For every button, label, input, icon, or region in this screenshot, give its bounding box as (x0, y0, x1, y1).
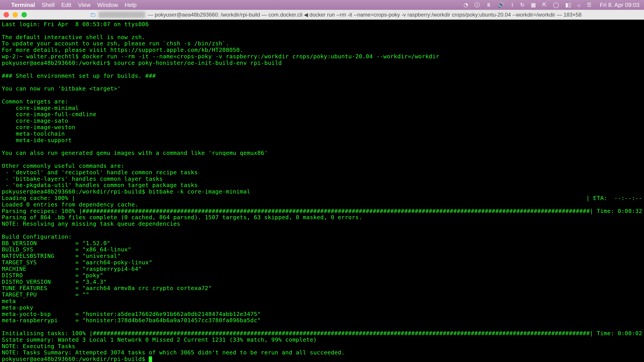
conf-5: DISTRO = "poky" (2, 272, 103, 279)
menu-help[interactable]: Help (124, 1, 136, 8)
user-icon[interactable]: ◯ (553, 2, 559, 8)
init-left: Initialising tasks: 100% | (2, 330, 93, 337)
parse-bar: ########################################… (82, 208, 590, 214)
parse-left: Parsing recipes: 100% | (2, 208, 82, 214)
menubar-left: Terminal Shell Edit View Window Help (4, 1, 137, 8)
volume-icon[interactable]: 🔊 (498, 2, 504, 8)
line-zsh2: To update your account to use zsh, pleas… (2, 40, 229, 47)
line-zsh3: For more details, please visit https://s… (2, 46, 243, 53)
menu-shell[interactable]: Shell (42, 1, 54, 8)
terminal-cursor (149, 357, 152, 362)
conf-9: meta (2, 298, 75, 304)
line-env-header: ### Shell environment set up for builds.… (2, 72, 156, 79)
traffic-lights (4, 12, 27, 17)
cache-right: | ETA: --:--:-- (586, 195, 642, 201)
conf-10: meta-poky (2, 304, 75, 311)
line-zsh1: The default interactive shell is now zsh… (2, 34, 145, 40)
line-cache-loaded: Loaded 0 entries from dependency cache. (2, 201, 138, 208)
menubar-right: ◔ ⓘ ⏸ 🔊 ᚼ ↻ ▦ ⇱ ◯ ▮▯ ⌕ ☰ Fri 8. Apr 09:0… (464, 1, 640, 8)
menu-edit[interactable]: Edit (61, 1, 71, 8)
menubar-clock[interactable]: Fri 8. Apr 09:03 (600, 1, 640, 8)
docker-icon[interactable]: ◔ (464, 2, 468, 8)
conf-7: TUNE_FEATURES = "aarch64 armv8a crc cryp… (2, 285, 212, 291)
line-sstate: Sstate summary: Wanted 3 Local 1 Network… (2, 336, 317, 343)
parsing-recipes-line: Parsing recipes: 100% |#################… (2, 208, 642, 214)
close-button[interactable] (4, 12, 9, 17)
target-5: meta-ide-support (2, 137, 72, 143)
conf-11: meta-yocto-bsp = "honister:a5dea17662d6e… (2, 311, 261, 317)
menu-window[interactable]: Window (97, 1, 118, 8)
other-cmd-1: - 'bitbake-layers' handles common layer … (2, 175, 163, 182)
init-tasks-line: Initialising tasks: 100% |##############… (2, 330, 642, 337)
minimize-button[interactable] (12, 12, 18, 17)
cache-bar (75, 195, 586, 201)
spotlight-icon[interactable]: ⌕ (577, 2, 580, 8)
line-prompt3: pokyuser@aea48b293660:/workdir/rpi-build… (2, 188, 250, 195)
init-bar: ########################################… (93, 330, 590, 337)
loading-cache-line: Loading cache: 100% | | ETA: --:--: (2, 195, 642, 201)
line-note-exec: NOTE: Executing Tasks (2, 343, 75, 350)
line-other-label: Other commonly useful commands are: (2, 162, 124, 169)
line-run-hint: You can now run 'bitbake <target>' (2, 85, 121, 92)
conf-1: BUILD_SYS = "x86_64-linux" (2, 246, 131, 253)
window-title: 🗀 XXXXXXXX — pokyuser@aea48b293660: /wor… (31, 11, 640, 18)
target-1: core-image-full-cmdline (2, 111, 96, 117)
conf-12: meta-raspberrypi = "honister:378d4b6e7ba… (2, 317, 261, 324)
app-name[interactable]: Terminal (11, 1, 35, 8)
bluetooth-icon[interactable]: ᚼ (511, 2, 514, 8)
target-3: core-image-weston (2, 124, 75, 130)
control-center-icon[interactable]: ☰ (587, 2, 592, 8)
line-last-login: Last login: Fri Apr 8 08:53:07 on ttys00… (2, 21, 149, 27)
line-note-resolve: NOTE: Resolving any missing task queue d… (2, 220, 180, 227)
pause-icon[interactable]: ⏸ (486, 2, 492, 8)
conf-4: MACHINE = "raspberrypi4-64" (2, 266, 142, 272)
line-parse-summary: Parsing of 864 .bb files complete (0 cac… (2, 214, 362, 221)
conf-2: NATIVELSBSTRING = "universal" (2, 253, 121, 259)
conf-3: TARGET_SYS = "aarch64-poky-linux" (2, 259, 152, 266)
line-common-targets-label: Common targets are: (2, 98, 68, 105)
target-2: core-image-sato (2, 117, 68, 124)
line-prompt2: pokyuser@aea48b293660:/workdir$ source p… (2, 59, 282, 66)
conf-6: DISTRO_VERSION = "3.4.3" (2, 278, 107, 285)
window-titlebar: 🗀 XXXXXXXX — pokyuser@aea48b293660: /wor… (0, 10, 644, 20)
parse-right: | Time: 0:00:32 (590, 208, 642, 214)
title-text: — pokyuser@aea48b293660: /workdir/rpi-bu… (148, 12, 582, 18)
obscured-username: XXXXXXXX (98, 12, 145, 18)
battery-icon[interactable]: ▮▯ (565, 2, 571, 8)
line-note-summary: NOTE: Tasks Summary: Attempted 3074 task… (2, 349, 345, 356)
conf-8: TARGET_FPU = "" (2, 291, 89, 298)
target-0: core-image-minimal (2, 105, 79, 111)
conf-0: BB_VERSION = "1.52.0" (2, 240, 110, 247)
other-cmd-0: - 'devtool' and 'recipetool' handle comm… (2, 169, 198, 176)
init-right: | Time: 0:00:02 (590, 330, 642, 337)
zoom-button[interactable] (22, 12, 27, 17)
line-prompt4: pokyuser@aea48b293660:/workdir/rpi-build… (2, 356, 149, 362)
macos-menubar: Terminal Shell Edit View Window Help ◔ ⓘ… (0, 0, 644, 10)
menu-view[interactable]: View (78, 1, 90, 8)
line-qemu-hint: You can also run generated qemu images w… (2, 149, 268, 156)
target-4: meta-toolchain (2, 130, 65, 137)
other-cmd-2: - 'oe-pkgdata-util' handles common targe… (2, 182, 198, 188)
line-build-conf-header: Build Configuration: (2, 233, 72, 240)
line-prompt1: wp-2:~ walter.prechtl$ docker run --rm -… (2, 53, 440, 60)
terminal-viewport[interactable]: Last login: Fri Apr 8 08:53:07 on ttys00… (0, 20, 644, 362)
folder-icon: 🗀 (90, 11, 96, 18)
wifi-off-icon[interactable]: ⇱ (542, 2, 547, 8)
timemachine-icon[interactable]: ↻ (520, 2, 524, 8)
calendar-icon[interactable]: ▦ (531, 2, 536, 8)
info-icon[interactable]: ⓘ (474, 1, 480, 8)
cache-left: Loading cache: 100% | (2, 195, 75, 201)
